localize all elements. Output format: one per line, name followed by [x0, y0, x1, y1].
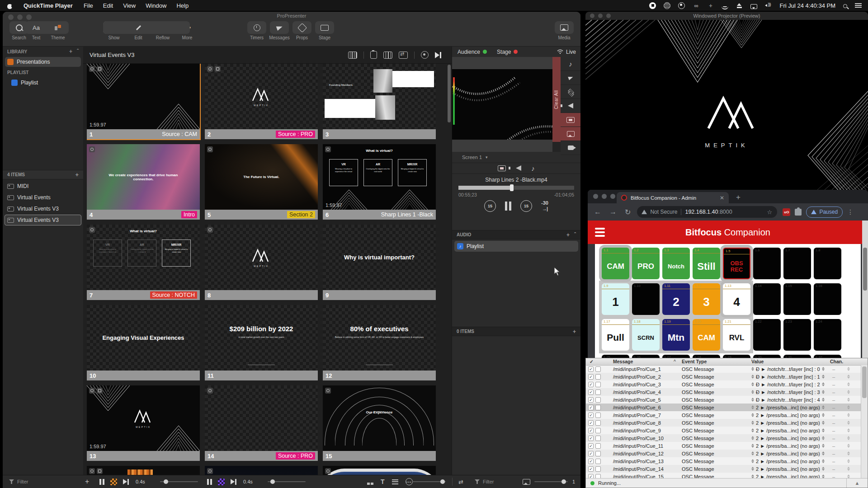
menu-item-file[interactable]: File [79, 0, 98, 11]
row-checkbox-2[interactable] [595, 420, 601, 426]
slide-tile-14[interactable]: 14Source : PRO [205, 385, 318, 461]
slide-tile-6[interactable]: What is virtual?VRWearing a headset to e… [323, 144, 436, 220]
pause-transition-icon-2[interactable] [207, 479, 212, 485]
stage-button[interactable]: Stage [315, 21, 335, 40]
osc-row-4[interactable]: ✓/midi/input/Pro/Cue_4OSC MessageĐ ► /no… [586, 388, 861, 396]
menu-item-view[interactable]: View [118, 0, 141, 11]
stepper-icon[interactable] [751, 375, 754, 379]
pause-transition-icon[interactable] [99, 479, 104, 485]
move-status-icon[interactable]: + [707, 2, 714, 9]
companion-button-1.12[interactable]: 1.123 [693, 283, 720, 315]
bookmark-star-icon[interactable]: ☆ [767, 209, 773, 215]
slide-tab-icon[interactable] [498, 165, 506, 171]
row-checkbox[interactable]: ✓ [588, 443, 594, 449]
stepper-icon[interactable] [751, 436, 754, 440]
media-thumb-icon[interactable] [523, 479, 530, 485]
row-checkbox[interactable]: ✓ [588, 420, 594, 426]
hamburger-menu-icon[interactable] [595, 228, 605, 237]
row-checkbox-2[interactable] [595, 397, 601, 403]
stepper-icon[interactable] [751, 382, 754, 386]
live-label[interactable]: Live [566, 49, 576, 55]
stepper-icon[interactable] [822, 444, 825, 448]
row-checkbox-2[interactable] [595, 436, 601, 441]
transition-time-2[interactable]: 0.4s [243, 479, 253, 484]
companion-button-1.8[interactable]: 1.8 [814, 248, 841, 279]
stepper-icon[interactable] [822, 390, 825, 394]
slide-tile-1[interactable]: 1:59.971Source : CAM [87, 64, 200, 139]
check-column-header[interactable]: ✓ [590, 359, 594, 364]
stepper-icon[interactable] [822, 413, 825, 417]
playlist-entry-3[interactable]: Virtual Events V3 [5, 203, 81, 214]
stepper-icon[interactable] [847, 421, 850, 425]
row-checkbox-2[interactable] [595, 389, 601, 395]
slide-tile-4[interactable]: We create experiences that drive human c… [87, 144, 200, 220]
reload-button[interactable]: ↻ [625, 208, 631, 216]
companion-button-1.17[interactable]: 1.17Pull [602, 319, 629, 351]
slide-tile-2[interactable]: MEPTIK2Source : PRO [205, 64, 318, 139]
stepper-icon[interactable] [751, 390, 754, 394]
stepper-icon[interactable] [822, 436, 825, 440]
stepper-icon[interactable] [847, 444, 850, 448]
row-checkbox[interactable]: ✓ [588, 451, 594, 456]
companion-button-1.9[interactable]: 1.91 [602, 283, 629, 315]
notification-center-icon[interactable] [855, 2, 862, 9]
slide-tile-8[interactable]: MEPTIK8 [205, 225, 318, 300]
sidebar-item-playlist[interactable]: Playlist [9, 78, 81, 88]
osc-row-2[interactable]: ✓/midi/input/Pro/Cue_2OSC MessageĐ ► /no… [586, 373, 861, 380]
text-button[interactable]: Aa TextTheme [36, 21, 58, 40]
stepper-icon[interactable] [822, 375, 825, 379]
text-view-icon[interactable]: T [381, 478, 385, 485]
timers-button[interactable]: Timers [247, 21, 267, 40]
menu-clock[interactable]: Fri Jul 24 4:40:34 PM [779, 2, 835, 9]
creative-cloud-icon[interactable]: ∞ [693, 2, 699, 9]
stepper-icon[interactable] [822, 367, 825, 371]
audio-playlist-item[interactable]: ♪Playlist [454, 241, 578, 252]
stepper-icon[interactable] [822, 405, 825, 409]
spotlight-search-icon[interactable] [843, 4, 847, 8]
dissolve-orange-icon[interactable] [110, 479, 117, 485]
row-checkbox[interactable]: ✓ [588, 374, 594, 380]
clear-audio-button[interactable]: ♪ [561, 57, 580, 71]
companion-button-1.16[interactable]: 1.16 [814, 283, 841, 315]
companion-button-1.23[interactable]: 1.23 [783, 319, 811, 351]
grid-scrollbar[interactable] [448, 65, 451, 473]
grid-view-icon[interactable] [367, 479, 373, 485]
row-checkbox-2[interactable] [595, 374, 601, 380]
row-checkbox-2[interactable] [595, 459, 601, 464]
row-checkbox[interactable]: ✓ [588, 366, 594, 372]
add-item-icon[interactable]: + [75, 171, 79, 178]
skip-back-15-button[interactable]: 15 [484, 200, 496, 212]
row-checkbox-2[interactable] [595, 451, 601, 456]
skip-transition-icon-2[interactable] [231, 479, 237, 485]
playlist-entry-4[interactable]: Virtual Events V3 [5, 215, 81, 225]
add-library-icon[interactable]: + [69, 48, 72, 55]
companion-button-1.22[interactable]: 1.22 [753, 319, 781, 351]
stepper-icon[interactable] [822, 421, 825, 425]
slide-tile-15[interactable]: Our Experience15 [323, 385, 436, 461]
row-checkbox-2[interactable] [595, 443, 601, 449]
sphere-status-icon[interactable] [664, 2, 670, 9]
clear-all-button[interactable]: Clear All [552, 57, 561, 142]
sidebar-item-presentations[interactable]: Presentations [5, 57, 81, 67]
collapse-audio-icon[interactable]: ˆ [574, 232, 576, 238]
stepper-icon[interactable] [822, 428, 825, 432]
slide-tile-11[interactable]: $209 billion by 2022in total market grow… [205, 305, 318, 380]
menu-app-name[interactable]: QuickTime Player [19, 0, 78, 11]
slide-tile-12[interactable]: 80% of executivesBelieve in utilizing so… [323, 305, 436, 380]
obs-status-icon[interactable] [678, 2, 685, 9]
stepper-icon[interactable] [822, 382, 825, 386]
stepper-icon[interactable] [751, 428, 754, 432]
companion-button-1.18[interactable]: 1.18SCRN [632, 319, 660, 351]
stepper-icon[interactable] [847, 451, 850, 455]
companion-button-1.11[interactable]: 1.112 [662, 283, 690, 315]
row-checkbox-2[interactable] [595, 382, 601, 387]
filmstrip-icon[interactable] [383, 52, 392, 59]
companion-button-1.3[interactable]: 1.3Notch [662, 248, 690, 279]
stepper-icon[interactable] [847, 436, 850, 440]
messages-button[interactable]: Messages [269, 21, 289, 40]
clear-media-button[interactable] [561, 127, 580, 141]
stepper-icon[interactable] [822, 398, 825, 402]
row-checkbox-2[interactable] [595, 428, 601, 433]
fan-status-icon[interactable] [722, 2, 728, 9]
menu-item-window[interactable]: Window [141, 0, 171, 11]
